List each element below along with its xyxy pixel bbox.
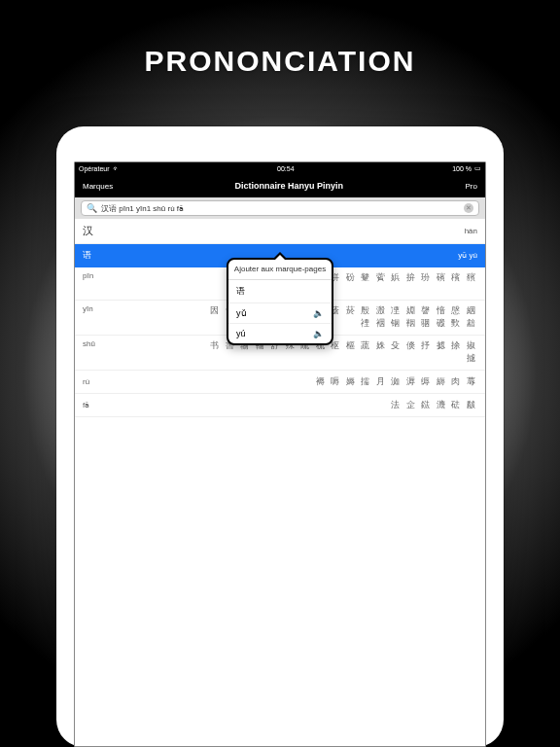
header-pinyin: hàn <box>465 227 477 235</box>
promo-title: PRONONCIATION <box>0 45 560 78</box>
battery-pct: 100 % <box>452 165 472 172</box>
result-header-row[interactable]: 汉 hàn <box>75 219 485 244</box>
row-pinyin-label: yīn <box>83 304 93 313</box>
carrier-label: Opérateur <box>79 165 110 172</box>
clear-search-button[interactable]: ✕ <box>464 203 473 213</box>
popover-item-label: yǔ <box>236 308 247 318</box>
popover-item-label: 语 <box>236 285 245 298</box>
popover-item-hanzi[interactable]: 语 <box>228 280 332 303</box>
nav-title: Dictionnaire Hanyu Pinyin <box>235 181 344 191</box>
search-input[interactable]: 🔍 汉语 pīn1 yīn1 shū rù fǎ ✕ <box>81 200 479 216</box>
result-row-fa[interactable]: fǎ 法 佱 鍅 灋 砝 瞂 <box>75 394 485 417</box>
row-pinyin-label: fǎ <box>83 401 89 409</box>
speaker-icon[interactable]: 🔈 <box>313 329 324 338</box>
row-pinyin-label: pīn <box>83 271 93 280</box>
header-hanzi: 汉 <box>83 224 95 238</box>
popover-title: Ajouter aux marque-pages <box>228 260 332 280</box>
app-screen: Opérateur ᯤ 00:54 100 % ▭ Marques Dictio… <box>74 161 486 747</box>
selected-pinyin: yǔ yú <box>458 251 477 260</box>
clock: 00:54 <box>277 165 295 172</box>
tablet-frame: Opérateur ᯤ 00:54 100 % ▭ Marques Dictio… <box>56 126 504 747</box>
row-chars: 拼 砏 颦 薲 娦 拚 玢 礗 穦 馪 <box>331 271 477 284</box>
row-pinyin-label: shū <box>83 339 95 348</box>
result-row-ru[interactable]: rù 褥 嗕 媷 擩 月 洳 溽 缛 縟 肉 蓐 <box>75 371 485 394</box>
bookmark-popover: Ajouter aux marque-pages 语 yǔ 🔈 yú 🔈 <box>227 258 333 345</box>
nav-pro-button[interactable]: Pro <box>466 182 477 191</box>
selected-hanzi: 语 <box>83 249 93 262</box>
search-icon: 🔍 <box>87 203 97 213</box>
nav-back-button[interactable]: Marques <box>83 182 113 191</box>
row-pinyin-label: rù <box>83 377 89 386</box>
popover-item-yu3[interactable]: yǔ 🔈 <box>228 303 332 324</box>
battery-icon: ▭ <box>474 164 481 172</box>
row-chars: 法 佱 鍅 灋 砝 瞂 <box>391 399 477 411</box>
speaker-icon[interactable]: 🔈 <box>313 308 324 318</box>
search-bar: 🔍 汉语 pīn1 yīn1 shū rù fǎ ✕ <box>75 197 485 219</box>
popover-item-label: yú <box>236 329 246 338</box>
status-bar: Opérateur ᯤ 00:54 100 % ▭ <box>75 162 485 174</box>
search-query-text: 汉语 pīn1 yīn1 shū rù fǎ <box>101 203 460 214</box>
row-chars: 褥 嗕 媷 擩 月 洳 溽 缛 縟 肉 蓐 <box>316 375 477 388</box>
nav-bar: Marques Dictionnaire Hanyu Pinyin Pro <box>75 174 485 197</box>
popover-item-yu2[interactable]: yú 🔈 <box>228 324 332 343</box>
wifi-icon: ᯤ <box>113 165 120 172</box>
